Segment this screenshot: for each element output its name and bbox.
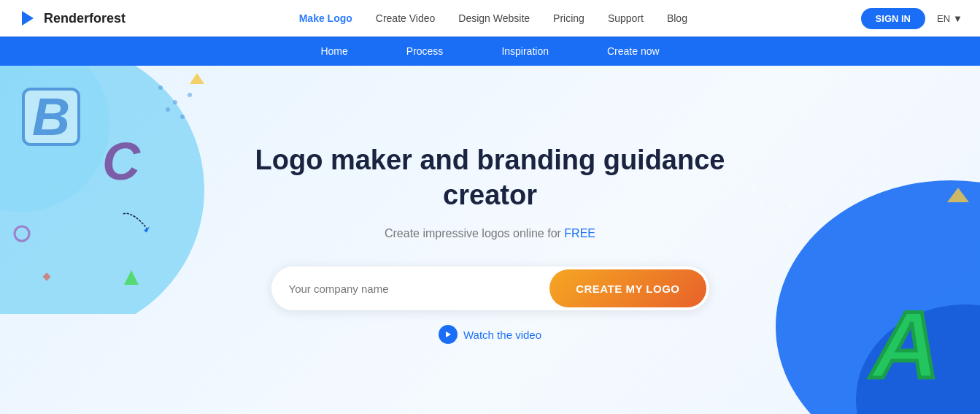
svg-marker-25 <box>446 331 451 337</box>
hero-title: Logo maker and branding guidance creator <box>255 143 725 212</box>
chevron-down-icon: ▼ <box>953 13 962 24</box>
subnav-create-now[interactable]: Create now <box>578 37 689 66</box>
main-navigation: Make Logo Create Video Design Website Pr… <box>299 12 687 24</box>
svg-point-18 <box>773 211 778 215</box>
brand-name: Renderforest <box>44 11 126 26</box>
svg-point-5 <box>188 93 192 97</box>
svg-point-14 <box>752 185 756 190</box>
nav-create-video[interactable]: Create Video <box>376 12 435 24</box>
svg-marker-0 <box>22 11 34 26</box>
svg-point-3 <box>158 85 163 90</box>
top-navigation: Renderforest Make Logo Create Video Desi… <box>0 0 980 37</box>
svg-point-17 <box>759 204 763 208</box>
svg-point-15 <box>766 193 771 197</box>
svg-point-22 <box>781 222 785 226</box>
subnav-inspiration[interactable]: Inspiration <box>472 37 578 66</box>
svg-point-20 <box>752 222 756 226</box>
subnav-process[interactable]: Process <box>377 37 473 66</box>
nav-blog[interactable]: Blog <box>667 12 687 24</box>
subnav-home[interactable]: Home <box>291 37 377 66</box>
free-text: FREE <box>564 227 595 239</box>
language-selector[interactable]: EN ▼ <box>937 13 962 24</box>
sign-in-button[interactable]: SIGN IN <box>861 8 925 29</box>
watch-video-label: Watch the video <box>463 329 541 341</box>
logo-area[interactable]: Renderforest <box>18 8 126 28</box>
right-blob-decoration <box>746 180 980 414</box>
create-logo-button[interactable]: CREATE MY LOGO <box>549 269 706 307</box>
nav-pricing[interactable]: Pricing <box>553 12 584 24</box>
svg-point-6 <box>166 107 170 112</box>
decorative-letter-a: A <box>871 290 936 399</box>
svg-point-21 <box>766 229 771 234</box>
renderforest-logo-icon <box>18 8 38 28</box>
svg-point-4 <box>173 100 177 104</box>
logo-search-bar: CREATE MY LOGO <box>271 267 709 310</box>
hero-subtitle: Create impressive logos online for FREE <box>255 227 725 240</box>
nav-design-website[interactable]: Design Website <box>458 12 530 24</box>
hero-section: B C A Logo maker and branding guidance c… <box>0 66 980 414</box>
watch-video-link[interactable]: Watch the video <box>255 325 725 344</box>
company-name-input[interactable] <box>271 267 547 310</box>
nav-right-area: SIGN IN EN ▼ <box>861 8 962 29</box>
sub-navigation: Home Process Inspiration Create now <box>0 37 980 66</box>
nav-support[interactable]: Support <box>608 12 644 24</box>
svg-point-16 <box>781 185 785 190</box>
svg-point-7 <box>180 115 185 119</box>
decorative-letter-b: B <box>22 88 80 146</box>
decorative-letter-c: C <box>102 131 140 191</box>
arrow-decoration <box>117 208 153 237</box>
nav-make-logo[interactable]: Make Logo <box>299 12 352 24</box>
svg-point-19 <box>788 204 792 208</box>
hero-content: Logo maker and branding guidance creator… <box>255 143 725 344</box>
play-icon <box>439 325 458 344</box>
svg-marker-8 <box>190 73 204 84</box>
